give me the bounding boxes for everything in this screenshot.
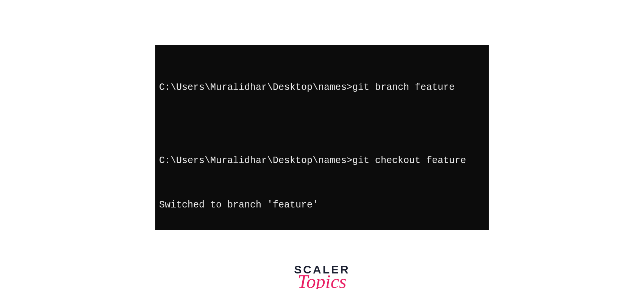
brand-name-bottom: Topics — [284, 274, 360, 289]
prompt-text: C:\Users\Muralidhar\Desktop\names> — [159, 155, 352, 166]
terminal-line: C:\Users\Muralidhar\Desktop\names>git ch… — [159, 154, 485, 168]
command-text: git checkout feature — [352, 155, 466, 166]
prompt-text: C:\Users\Muralidhar\Desktop\names> — [159, 82, 352, 93]
terminal-window[interactable]: C:\Users\Muralidhar\Desktop\names>git br… — [155, 45, 489, 230]
command-text: git branch feature — [352, 82, 455, 93]
terminal-line: C:\Users\Muralidhar\Desktop\names>git br… — [159, 80, 485, 95]
terminal-line: Switched to branch 'feature' — [159, 198, 485, 213]
brand-logo: SCALER Topics — [284, 264, 360, 289]
